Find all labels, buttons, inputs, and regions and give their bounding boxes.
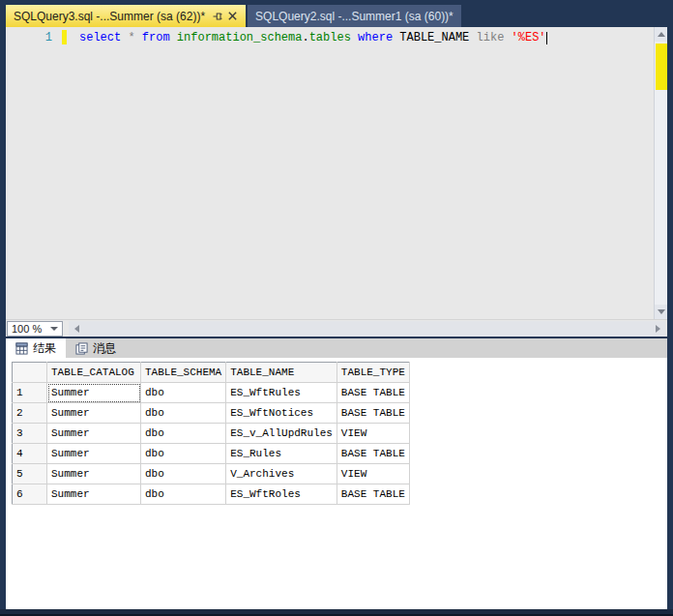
tab-label: SQLQuery3.sql -...Summer (sa (62))* bbox=[14, 10, 205, 23]
scrollbar-track[interactable] bbox=[84, 321, 650, 337]
sql-token: like bbox=[477, 31, 512, 44]
vertical-scrollbar[interactable] bbox=[654, 27, 667, 319]
sql-code-line[interactable]: select * from information_schema.tables … bbox=[79, 31, 547, 44]
grid-cell[interactable]: ES_Rules bbox=[226, 444, 337, 464]
grid-cell[interactable]: Summer bbox=[47, 403, 141, 424]
pin-icon[interactable] bbox=[212, 11, 223, 22]
window-bottom-frame bbox=[0, 609, 673, 616]
sql-token: select bbox=[79, 31, 128, 44]
arrow-left-icon bbox=[74, 325, 79, 333]
column-header[interactable]: TABLE_CATALOG bbox=[47, 363, 141, 383]
row-number[interactable]: 1 bbox=[13, 383, 47, 403]
messages-icon bbox=[75, 342, 88, 355]
sql-token: from bbox=[142, 31, 177, 44]
grid-cell[interactable]: Summer bbox=[47, 444, 141, 464]
grid-cell[interactable]: dbo bbox=[141, 464, 226, 484]
row-number[interactable]: 2 bbox=[13, 403, 47, 424]
tab-sqlquery2[interactable]: SQLQuery2.sql -...Summer1 (sa (60))* bbox=[248, 5, 461, 27]
column-header[interactable]: TABLE_SCHEMA bbox=[141, 363, 226, 383]
grid-cell[interactable]: dbo bbox=[141, 383, 226, 403]
sql-token: where bbox=[358, 31, 399, 44]
ssms-window: SQLQuery3.sql -...Summer (sa (62))* SQLQ… bbox=[0, 0, 673, 616]
line-number: 1 bbox=[31, 31, 52, 44]
results-tab-strip: 结果 消息 bbox=[6, 338, 667, 358]
horizontal-scrollbar[interactable] bbox=[69, 321, 665, 337]
results-pane: TABLE_CATALOG TABLE_SCHEMA TABLE_NAME TA… bbox=[6, 358, 667, 609]
grid-cell[interactable]: dbo bbox=[141, 403, 226, 424]
tab-messages[interactable]: 消息 bbox=[66, 338, 126, 358]
grid-cell[interactable]: VIEW bbox=[336, 424, 409, 444]
chevron-down-icon bbox=[50, 327, 58, 331]
arrow-down-icon bbox=[658, 309, 665, 314]
table-row: 1 Summer dbo ES_WftRules BASE TABLE bbox=[13, 383, 410, 403]
grid-cell[interactable]: BASE TABLE bbox=[336, 484, 409, 505]
table-row: 3 Summer dbo ES_v_AllUpdRules VIEW bbox=[13, 424, 410, 444]
tab-label: 结果 bbox=[33, 340, 56, 357]
tab-label: SQLQuery2.sql -...Summer1 (sa (60))* bbox=[255, 10, 454, 23]
grid-cell[interactable]: ES_WftRoles bbox=[226, 484, 337, 505]
grid-cell[interactable]: dbo bbox=[141, 424, 226, 444]
row-number[interactable]: 6 bbox=[13, 484, 47, 505]
grid-cell[interactable]: Summer bbox=[47, 464, 141, 484]
results-grid-icon bbox=[15, 342, 28, 355]
document-tab-strip: SQLQuery3.sql -...Summer (sa (62))* SQLQ… bbox=[6, 5, 667, 27]
grid-cell[interactable]: ES_WftRules bbox=[226, 383, 337, 403]
grid-cell[interactable]: Summer bbox=[47, 424, 141, 444]
grid-cell[interactable]: BASE TABLE bbox=[336, 383, 409, 403]
grid-header-row: TABLE_CATALOG TABLE_SCHEMA TABLE_NAME TA… bbox=[13, 363, 410, 383]
zoom-value: 100 % bbox=[12, 323, 42, 335]
scroll-down-button[interactable] bbox=[655, 305, 667, 319]
arrow-right-icon bbox=[656, 325, 660, 333]
row-number[interactable]: 5 bbox=[13, 464, 47, 484]
close-icon[interactable] bbox=[227, 11, 238, 21]
sql-token: '%ES' bbox=[512, 31, 546, 44]
row-number[interactable]: 4 bbox=[13, 444, 47, 464]
tab-results[interactable]: 结果 bbox=[6, 338, 66, 358]
corner-header-cell[interactable] bbox=[13, 363, 47, 383]
results-grid: TABLE_CATALOG TABLE_SCHEMA TABLE_NAME TA… bbox=[12, 362, 410, 505]
text-cursor bbox=[546, 32, 547, 44]
grid-cell[interactable]: dbo bbox=[141, 484, 226, 505]
sql-token: information_schema bbox=[177, 31, 303, 44]
grid-cell[interactable]: Summer bbox=[47, 484, 141, 505]
row-number[interactable]: 3 bbox=[13, 424, 47, 444]
column-header[interactable]: TABLE_NAME bbox=[226, 363, 337, 383]
table-row: 5 Summer dbo V_Archives VIEW bbox=[13, 464, 410, 484]
zoom-dropdown[interactable]: 100 % bbox=[7, 321, 63, 337]
scroll-up-button[interactable] bbox=[655, 27, 667, 42]
column-header[interactable]: TABLE_TYPE bbox=[336, 363, 409, 383]
table-row: 4 Summer dbo ES_Rules BASE TABLE bbox=[13, 444, 410, 464]
sql-token: . bbox=[302, 31, 308, 44]
scroll-left-button[interactable] bbox=[69, 321, 84, 337]
sql-token: tables bbox=[309, 31, 358, 44]
sql-editor[interactable]: 1 select * from information_schema.table… bbox=[6, 27, 654, 319]
table-row: 2 Summer dbo ES_WftNotices BASE TABLE bbox=[13, 403, 410, 424]
grid-cell[interactable]: V_Archives bbox=[226, 464, 337, 484]
change-tracking-bar bbox=[62, 30, 67, 44]
scrollbar-change-marker bbox=[656, 44, 667, 90]
grid-cell[interactable]: dbo bbox=[141, 444, 226, 464]
grid-cell[interactable]: BASE TABLE bbox=[336, 403, 409, 424]
tab-label: 消息 bbox=[93, 340, 116, 357]
sql-token: TABLE_NAME bbox=[399, 31, 476, 44]
scroll-right-button[interactable] bbox=[650, 321, 665, 337]
grid-cell[interactable]: Summer bbox=[47, 383, 141, 403]
grid-cell[interactable]: ES_v_AllUpdRules bbox=[226, 424, 337, 444]
arrow-up-icon bbox=[658, 32, 665, 37]
table-row: 6 Summer dbo ES_WftRoles BASE TABLE bbox=[13, 484, 410, 505]
sql-token: * bbox=[128, 31, 141, 44]
editor-bottom-bar: 100 % bbox=[6, 319, 667, 337]
grid-cell[interactable]: BASE TABLE bbox=[336, 444, 409, 464]
tab-sqlquery3[interactable]: SQLQuery3.sql -...Summer (sa (62))* bbox=[6, 5, 246, 27]
grid-cell[interactable]: ES_WftNotices bbox=[226, 403, 337, 424]
grid-cell[interactable]: VIEW bbox=[336, 464, 409, 484]
